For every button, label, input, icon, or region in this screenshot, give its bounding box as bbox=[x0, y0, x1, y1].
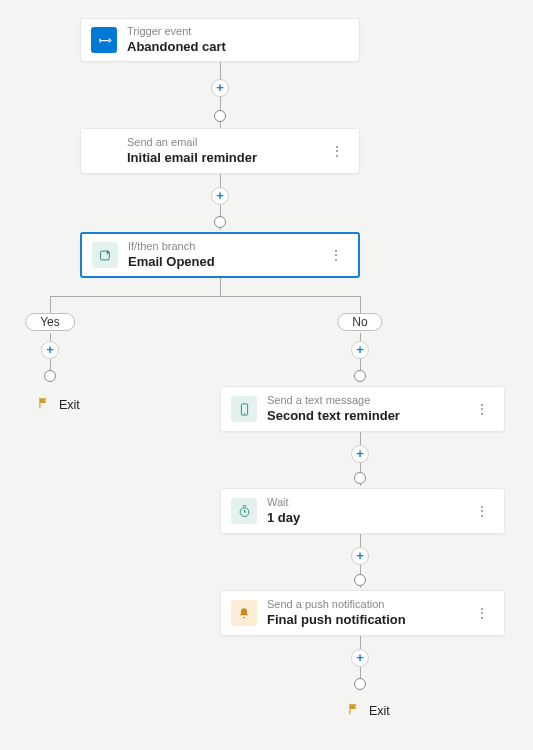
email-icon bbox=[91, 138, 117, 164]
push-text: Send a push notification Final push noti… bbox=[267, 597, 406, 628]
branch-icon bbox=[92, 242, 118, 268]
connector-dot bbox=[214, 110, 226, 122]
branch-type: If/then branch bbox=[128, 239, 215, 253]
branch-node[interactable]: If/then branch Email Opened ⋮ bbox=[80, 232, 360, 278]
exit-no: Exit bbox=[347, 702, 390, 719]
branch-menu[interactable]: ⋮ bbox=[325, 245, 348, 265]
connector-dot bbox=[44, 370, 56, 382]
connector-dot bbox=[354, 678, 366, 690]
connector-dot bbox=[354, 574, 366, 586]
wait-text: Wait 1 day bbox=[267, 495, 300, 526]
branch-title: Email Opened bbox=[128, 254, 215, 271]
connector bbox=[50, 296, 360, 297]
trigger-text: Trigger event Abandoned cart bbox=[127, 24, 226, 55]
sms-title: Second text reminder bbox=[267, 408, 400, 425]
sms-icon bbox=[231, 396, 257, 422]
push-node[interactable]: Send a push notification Final push noti… bbox=[220, 590, 505, 636]
push-type: Send a push notification bbox=[267, 597, 406, 611]
add-step-button-yes[interactable]: + bbox=[41, 341, 59, 359]
email-text: Send an email Initial email reminder bbox=[127, 135, 257, 166]
email-title: Initial email reminder bbox=[127, 150, 257, 167]
branch-yes-label[interactable]: Yes bbox=[25, 313, 75, 331]
sms-text: Send a text message Second text reminder bbox=[267, 393, 400, 424]
branch-no-label[interactable]: No bbox=[337, 313, 382, 331]
add-step-button[interactable]: + bbox=[211, 79, 229, 97]
exit-yes: Exit bbox=[37, 396, 80, 413]
connector-dot bbox=[214, 216, 226, 228]
sms-type: Send a text message bbox=[267, 393, 400, 407]
connector-dot bbox=[354, 472, 366, 484]
exit-label: Exit bbox=[369, 704, 390, 718]
trigger-icon bbox=[91, 27, 117, 53]
add-step-button[interactable]: + bbox=[211, 187, 229, 205]
wait-type: Wait bbox=[267, 495, 300, 509]
add-step-button[interactable]: + bbox=[351, 547, 369, 565]
email-node[interactable]: Send an email Initial email reminder ⋮ bbox=[80, 128, 360, 174]
wait-title: 1 day bbox=[267, 510, 300, 527]
bell-icon bbox=[231, 600, 257, 626]
add-step-button-no[interactable]: + bbox=[351, 341, 369, 359]
email-type: Send an email bbox=[127, 135, 257, 149]
flag-icon bbox=[37, 396, 51, 413]
wait-menu[interactable]: ⋮ bbox=[471, 501, 494, 521]
connector-dot bbox=[354, 370, 366, 382]
push-menu[interactable]: ⋮ bbox=[471, 603, 494, 623]
trigger-title: Abandoned cart bbox=[127, 39, 226, 56]
wait-icon bbox=[231, 498, 257, 524]
add-step-button[interactable]: + bbox=[351, 445, 369, 463]
flag-icon bbox=[347, 702, 361, 719]
exit-label: Exit bbox=[59, 398, 80, 412]
sms-menu[interactable]: ⋮ bbox=[471, 399, 494, 419]
add-step-button[interactable]: + bbox=[351, 649, 369, 667]
trigger-type: Trigger event bbox=[127, 24, 226, 38]
trigger-node[interactable]: Trigger event Abandoned cart bbox=[80, 18, 360, 62]
email-menu[interactable]: ⋮ bbox=[326, 141, 349, 161]
connector bbox=[220, 278, 221, 296]
journey-canvas: Trigger event Abandoned cart + Send an e… bbox=[0, 0, 533, 750]
branch-text: If/then branch Email Opened bbox=[128, 239, 215, 270]
wait-node[interactable]: Wait 1 day ⋮ bbox=[220, 488, 505, 534]
push-title: Final push notification bbox=[267, 612, 406, 629]
sms-node[interactable]: Send a text message Second text reminder… bbox=[220, 386, 505, 432]
